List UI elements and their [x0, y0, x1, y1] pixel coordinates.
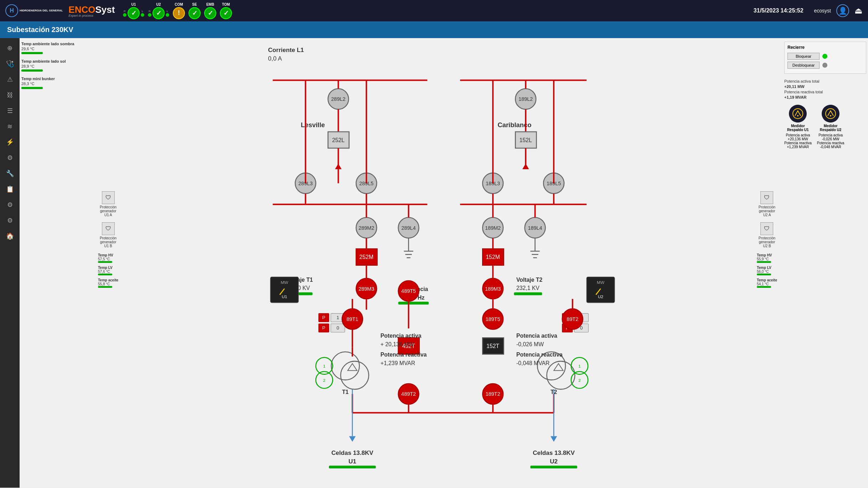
- t1-potencia-activa-value: + 20,136 MW: [381, 341, 414, 347]
- transformer-t1-circle2: [341, 361, 369, 389]
- status-com: COM !: [173, 2, 185, 19]
- app-tagline: Expert in process: [68, 14, 115, 17]
- label-89t1: 89T1: [346, 316, 358, 322]
- recierre-title: Recierre: [787, 45, 863, 50]
- medidor-u1-label: MedidorRespaldo U1: [787, 124, 809, 132]
- sidebar-icon-wave[interactable]: ≋: [4, 120, 16, 133]
- prot-u1a-icon: 🛡: [102, 191, 115, 204]
- medidor-u1-icon: [789, 105, 807, 123]
- celdas-u2-bar: [530, 466, 577, 468]
- svg-text:0: 0: [336, 325, 339, 331]
- sidebar-icon-report[interactable]: 📋: [4, 183, 16, 196]
- temp-sol: Temp ambiente lado sol 28,9 °C: [21, 59, 93, 72]
- page-header: Subestación 230KV: [0, 21, 868, 38]
- label-189m2: 189M2: [485, 225, 501, 231]
- sidebar-icon-network[interactable]: ⛓: [4, 89, 16, 102]
- single-line-diagram: Corriente L1 0,0 A Lesville Cariblanco 2…: [94, 38, 779, 488]
- label-252l: 252L: [332, 137, 345, 143]
- svg-text:2: 2: [323, 378, 326, 383]
- main-layout: ⊕ 🩺 ⚠ ⛓ ☰ ≋ ⚡ ⚙ 🔧 📋 ⚙ ⚙ 🏠 Temp ambiente …: [0, 38, 868, 488]
- page-title: Subestación 230KV: [7, 26, 73, 33]
- svg-text:U1: U1: [282, 294, 287, 299]
- svg-text:1: 1: [336, 315, 339, 320]
- svg-point-1: [797, 115, 799, 116]
- medidor-u1-vals: Potencia activa +20,136 MW Potencia reac…: [784, 133, 812, 149]
- user-icon[interactable]: 👤: [836, 4, 849, 17]
- label-289l2: 289L2: [331, 96, 345, 102]
- desbloquear-row: Desbloquear: [787, 62, 863, 69]
- svg-text:1: 1: [578, 364, 581, 369]
- content-area: Temp ambiente lado sombra 29,6 °C Temp a…: [20, 38, 868, 488]
- sidebar-icon-list[interactable]: ☰: [4, 104, 16, 117]
- lesville-label: Lesville: [301, 121, 325, 129]
- prot-u2a-icon: 🛡: [760, 191, 773, 204]
- temp-aceite-u2-bar: [757, 286, 771, 288]
- sidebar-icon-home[interactable]: 🏠: [4, 230, 16, 243]
- left-temp-panel: Temp ambiente lado sombra 29,6 °C Temp a…: [21, 42, 93, 94]
- svg-text:P: P: [322, 325, 325, 331]
- label-189l4: 189L4: [528, 225, 542, 231]
- sidebar-icon-alert[interactable]: ⚠: [4, 73, 16, 86]
- temp-aceite-u2-value: 54,1 °C: [757, 282, 777, 286]
- celdas-u2-sub: U2: [550, 458, 558, 465]
- username-label: ecosyst: [814, 8, 831, 14]
- temp-sombra-value: 29,6 °C: [21, 47, 93, 51]
- logout-icon[interactable]: ⏏: [854, 6, 863, 16]
- temp-lv-u2-bar: [757, 274, 771, 275]
- sidebar-icon-tools[interactable]: 🔧: [4, 167, 16, 180]
- label-152m: 152M: [486, 254, 500, 260]
- sidebar-icon-machine[interactable]: ⚙: [4, 151, 16, 164]
- prot-u1b-label: ProteccióngeneradorU1 B: [100, 236, 117, 248]
- medidor-u2-reactive-label: Potencia reactiva: [817, 141, 844, 145]
- label-152t: 152T: [486, 343, 499, 349]
- se-check: ✓: [188, 7, 201, 19]
- medidor-u1-reactive-label: Potencia reactiva: [784, 141, 812, 145]
- sidebar-icon-settings1[interactable]: ⚙: [4, 198, 16, 211]
- medidor-u2: MedidorRespaldo U2 Potencia activa -0,02…: [817, 105, 844, 149]
- temp-aceite-u1-label: Temp aceite: [98, 278, 118, 282]
- label-252m: 252M: [360, 254, 373, 260]
- bloquear-button[interactable]: Bloquear: [787, 53, 820, 60]
- label-189t2: 189T2: [486, 391, 500, 397]
- transformer-t1-circle1: [331, 352, 360, 380]
- temp-hv-u2: Temp HV 55,9 °C: [757, 253, 777, 263]
- logo-area: H HIDROENERGIA DEL GENERAL ENCO Syst Exp…: [5, 4, 119, 17]
- svg-marker-12: [335, 163, 341, 169]
- t1-potencia-reactiva-label: Potencia reactiva: [381, 352, 427, 358]
- t2-potencia-activa-label: Potencia activa: [516, 333, 557, 339]
- transformer-t2-circle2: [547, 361, 575, 389]
- temp-bunker-bar: [21, 87, 43, 89]
- sidebar-icon-0[interactable]: ⊕: [4, 42, 16, 54]
- temp-hv-u2-bar: [757, 261, 771, 263]
- celdas-u2-label: Celdas 13.8KV: [533, 450, 575, 456]
- prot-u1a: 🛡 ProteccióngeneradorU1 A: [98, 191, 118, 217]
- temp-lv-u2-label: Temp LV: [757, 266, 777, 270]
- celdas-u1-bar: [329, 466, 376, 468]
- label-89t2: 89T2: [567, 316, 578, 322]
- medidor-u2-active-value: -0,026 MW: [817, 137, 844, 141]
- voltaje-t2-bar: [514, 292, 542, 295]
- temp-lv-u1-bar: [98, 274, 112, 275]
- power-summary: Potencia activa total +20,11 MW Potencia…: [784, 79, 866, 99]
- sidebar-icon-health[interactable]: 🩺: [4, 57, 16, 70]
- sidebar-icon-settings2[interactable]: ⚙: [4, 214, 16, 227]
- right-info-panel: Recierre Bloquear Desbloquear Potencia a…: [784, 42, 866, 149]
- desbloquear-indicator: [822, 63, 827, 68]
- svg-marker-73: [349, 436, 356, 442]
- reactive-power-value: +1,19 MVAR: [784, 95, 866, 99]
- prot-u1b-icon: 🛡: [102, 222, 115, 235]
- prot-u2b-icon: 🛡: [760, 222, 773, 235]
- medidores-row: MedidorRespaldo U1 Potencia activa +20,1…: [784, 105, 866, 149]
- desbloquear-button[interactable]: Desbloquear: [787, 62, 820, 69]
- svg-text:P: P: [322, 315, 325, 320]
- temp-sol-label: Temp ambiente lado sol: [21, 59, 93, 63]
- label-289m3: 289M3: [358, 286, 374, 292]
- sidebar-icon-tower[interactable]: ⚡: [4, 136, 16, 149]
- label-289l4: 289L4: [402, 225, 416, 231]
- status-u1: U1 R ✓ L: [123, 2, 144, 19]
- medidor-u2-vals: Potencia activa -0,026 MW Potencia react…: [817, 133, 844, 149]
- temp-sombra-bar: [21, 52, 43, 54]
- status-indicators: U1 R ✓ L U2 R ✓: [123, 2, 232, 19]
- u2-check: ✓: [153, 7, 165, 19]
- company-logo-circle: H: [5, 4, 18, 17]
